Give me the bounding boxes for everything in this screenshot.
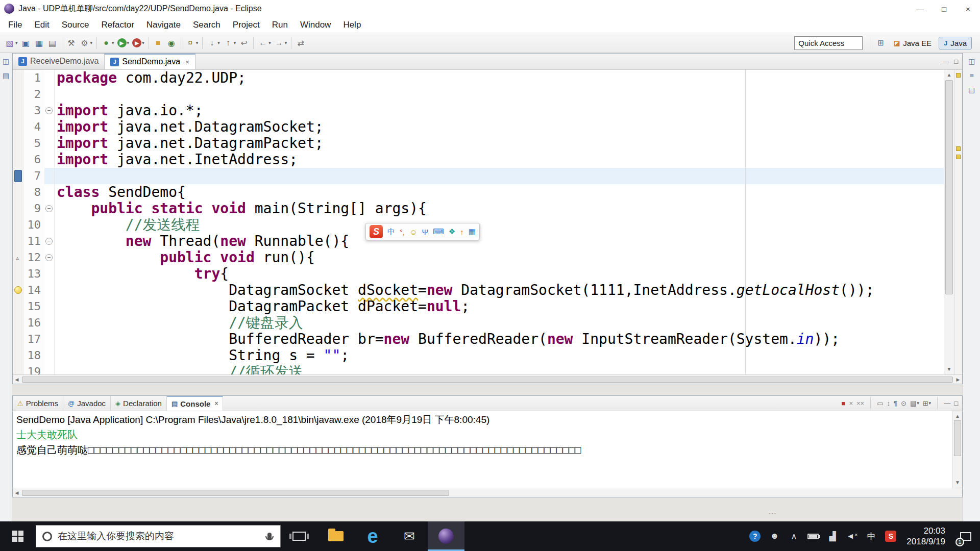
menu-edit[interactable]: Edit bbox=[28, 17, 55, 33]
tray-volume-muted[interactable]: ◄× bbox=[842, 521, 862, 551]
maximize-button[interactable]: □ bbox=[932, 0, 956, 17]
warning-overview-mark[interactable] bbox=[956, 155, 961, 159]
maximize-view-button[interactable]: □ bbox=[954, 399, 958, 407]
back-button[interactable]: ←▾ bbox=[256, 35, 273, 51]
editor-tab-receivedemo.java[interactable]: JReceiveDemo.java bbox=[13, 54, 105, 69]
soft-keyboard-icon[interactable]: ⌨ bbox=[433, 227, 444, 236]
code-text[interactable]: //发送线程 bbox=[55, 217, 944, 233]
perspective-java-ee[interactable]: ◪Java EE bbox=[889, 37, 937, 49]
skin-center-icon[interactable]: ❖ bbox=[449, 227, 455, 236]
overview-ruler[interactable] bbox=[954, 70, 962, 374]
open-perspective-button[interactable]: ⊞ bbox=[877, 38, 884, 47]
scroll-left-arrow-icon[interactable]: ◀ bbox=[13, 377, 21, 382]
taskbar-task-view[interactable] bbox=[281, 521, 317, 551]
outline-view-icon[interactable]: ≡ bbox=[969, 71, 973, 80]
editor-vertical-scrollbar[interactable]: ▲ ▼ bbox=[944, 70, 954, 374]
view-tab-declaration[interactable]: ◈Declaration bbox=[111, 396, 167, 411]
menu-refactor[interactable]: Refactor bbox=[95, 17, 140, 33]
collapse-icon[interactable]: − bbox=[45, 107, 53, 114]
console-horizontal-thumb[interactable] bbox=[22, 490, 449, 496]
save-all-button[interactable]: ▦ bbox=[33, 35, 46, 51]
remove-launch-button[interactable]: × bbox=[849, 399, 853, 407]
vertical-scroll-thumb[interactable] bbox=[945, 80, 953, 294]
close-view-icon[interactable]: × bbox=[214, 400, 218, 407]
link-with-editor-button[interactable]: ⇄ bbox=[294, 35, 307, 51]
menu-window[interactable]: Window bbox=[294, 17, 337, 33]
run-button[interactable]: ▶▾ bbox=[116, 35, 131, 51]
code-text[interactable]: import java.io.*; bbox=[55, 103, 944, 119]
console-vertical-scrollbar[interactable]: ▲ ▼ bbox=[952, 411, 962, 488]
display-selected-console-button[interactable]: ▤▾ bbox=[910, 399, 919, 407]
package-explorer-view-icon[interactable]: ▤ bbox=[3, 71, 9, 80]
collapse-icon[interactable]: − bbox=[45, 205, 53, 212]
start-button[interactable] bbox=[0, 521, 36, 551]
code-text[interactable] bbox=[55, 168, 944, 184]
taskbar-clock[interactable]: 20:03 2018/9/19 bbox=[900, 525, 951, 547]
warning-overview-mark[interactable] bbox=[956, 73, 961, 78]
console-scroll-up-icon[interactable]: ▲ bbox=[953, 412, 962, 420]
view-tab-javadoc[interactable]: @Javadoc bbox=[63, 396, 111, 411]
punctuation-mode-icon[interactable]: °, bbox=[400, 228, 405, 236]
external-tools-button[interactable]: ⚙▾ bbox=[78, 35, 94, 51]
scroll-up-arrow-icon[interactable]: ▲ bbox=[944, 71, 954, 79]
console-horizontal-scrollbar[interactable]: ◀ bbox=[13, 488, 962, 497]
next-annotation-button[interactable]: ↓▾ bbox=[205, 35, 222, 51]
build-all-button[interactable]: ⚒ bbox=[65, 35, 78, 51]
menu-search[interactable]: Search bbox=[187, 17, 227, 33]
open-console-button[interactable]: ⊞▾ bbox=[923, 399, 931, 407]
editor-tab-senddemo.java[interactable]: JSendDemo.java× bbox=[105, 54, 195, 69]
new-wizard-button[interactable]: ▧▾ bbox=[3, 35, 19, 51]
taskbar-search-input[interactable]: 在这里输入你要搜索的内容 bbox=[36, 525, 281, 547]
view-tab-problems[interactable]: ⚠Problems bbox=[13, 396, 63, 411]
code-text[interactable]: import java.net.DatagramSocket; bbox=[55, 119, 944, 135]
collapse-icon[interactable]: − bbox=[45, 238, 53, 245]
word-wrap-button[interactable]: ¶ bbox=[894, 399, 897, 407]
remove-all-launches-button[interactable]: ×× bbox=[856, 399, 864, 407]
debug-button[interactable]: ●▾ bbox=[100, 35, 116, 51]
new-java-class-button[interactable]: ◉ bbox=[165, 35, 178, 51]
view-tab-console[interactable]: ▤Console× bbox=[167, 396, 224, 411]
tray-people[interactable]: ☻ bbox=[765, 521, 784, 551]
code-text[interactable]: public void run(){ bbox=[55, 249, 944, 266]
code-text[interactable]: import java.net.DatagramPacket; bbox=[55, 135, 944, 152]
maximize-editor-button[interactable]: □ bbox=[954, 58, 958, 65]
code-text[interactable]: package com.day22.UDP; bbox=[55, 70, 944, 86]
taskbar-edge[interactable]: e bbox=[354, 521, 391, 551]
tray-network[interactable]: ▟ bbox=[823, 521, 842, 551]
clear-console-button[interactable]: ▭ bbox=[877, 399, 883, 407]
sogou-logo-icon[interactable]: S bbox=[370, 225, 383, 238]
close-tab-icon[interactable]: × bbox=[185, 58, 189, 66]
menu-project[interactable]: Project bbox=[227, 17, 266, 33]
code-text[interactable]: try{ bbox=[55, 266, 944, 282]
code-text[interactable]: import java.net.InetAddress; bbox=[55, 152, 944, 168]
print-button[interactable]: ▤ bbox=[46, 35, 59, 51]
taskbar-file-explorer[interactable] bbox=[317, 521, 354, 551]
action-center-button[interactable]: 1 bbox=[951, 521, 980, 551]
toolbox-icon[interactable]: ▦ bbox=[469, 227, 476, 236]
code-text[interactable]: //循环发送 bbox=[55, 364, 944, 374]
search-button[interactable]: ¤▾ bbox=[184, 35, 200, 51]
code-text[interactable]: String s = ""; bbox=[55, 347, 944, 364]
tray-battery[interactable] bbox=[803, 521, 823, 551]
code-text[interactable]: DatagramSocket dSocket=new DatagramSocke… bbox=[55, 282, 944, 298]
pin-console-button[interactable]: ⊙ bbox=[901, 399, 906, 407]
microphone-icon[interactable] bbox=[265, 533, 274, 540]
resize-grip[interactable]: ⋯ bbox=[768, 509, 778, 518]
voice-input-icon[interactable]: Ψ bbox=[422, 228, 429, 236]
console-vertical-thumb[interactable] bbox=[954, 420, 961, 456]
new-java-project-button[interactable]: ■ bbox=[152, 35, 165, 51]
code-text[interactable]: DatagramPacket dPacket=null; bbox=[55, 298, 944, 315]
save-button[interactable]: ▣ bbox=[19, 35, 33, 51]
scroll-lock-button[interactable]: ↕ bbox=[887, 399, 890, 407]
code-text[interactable]: public static void main(String[] args){ bbox=[55, 201, 944, 217]
run-external-button[interactable]: ▶▾ bbox=[131, 35, 146, 51]
code-text[interactable]: new Thread(new Runnable(){ bbox=[55, 233, 944, 249]
quick-access-input[interactable]: Quick Access bbox=[794, 36, 863, 50]
menu-help[interactable]: Help bbox=[337, 17, 367, 33]
code-text[interactable] bbox=[55, 86, 944, 103]
taskbar-mail[interactable]: ✉ bbox=[391, 521, 428, 551]
collapse-icon[interactable]: − bbox=[45, 254, 53, 261]
upload-icon[interactable]: ↑ bbox=[460, 228, 464, 236]
forward-button[interactable]: →▾ bbox=[273, 35, 289, 51]
code-text[interactable]: class SendDemo{ bbox=[55, 184, 944, 201]
